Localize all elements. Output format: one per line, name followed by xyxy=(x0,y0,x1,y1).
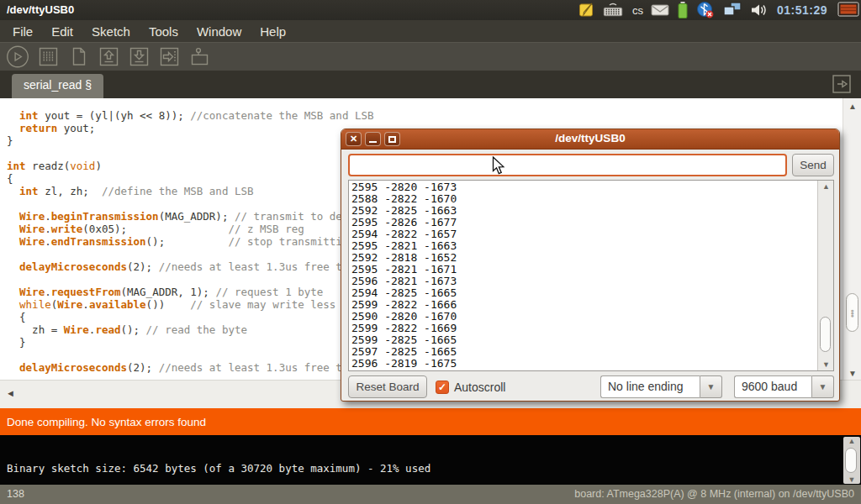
board-info: board: ATmega328P(A) @ 8 MHz (internal) … xyxy=(574,488,854,500)
serial-monitor-button[interactable] xyxy=(188,45,211,69)
editor-scrollbar-thumb[interactable]: ●●● xyxy=(846,293,858,332)
upload-button[interactable] xyxy=(157,45,181,69)
battery-icon[interactable] xyxy=(677,0,689,20)
scroll-up-arrow-icon[interactable]: ▲ xyxy=(818,182,834,191)
menu-window[interactable]: Window xyxy=(188,22,251,41)
serial-data-line: 2599 -2825 -1665 xyxy=(351,334,816,346)
network-icon[interactable] xyxy=(722,0,742,20)
baud-rate-value: 9600 baud xyxy=(734,375,811,398)
serial-data-line: 2599 -2822 -1669 xyxy=(351,323,816,334)
toolbar xyxy=(0,42,861,71)
serial-data-line: 2596 -2821 -1673 xyxy=(351,276,816,287)
scroll-down-arrow-icon[interactable]: ▼ xyxy=(843,369,861,378)
line-ending-value: No line ending xyxy=(600,375,700,398)
code-line: int yout = (yl|(yh << 8)); //concatenate… xyxy=(7,109,843,122)
chevron-down-icon[interactable]: ▼ xyxy=(700,375,722,398)
menu-file[interactable]: File xyxy=(3,22,42,41)
verify-icon xyxy=(6,45,29,69)
display-icon[interactable] xyxy=(837,0,859,20)
status-footer: 138 board: ATmega328P(A) @ 8 MHz (intern… xyxy=(0,485,861,504)
serial-data-line: 2596 -2819 -1675 xyxy=(351,358,816,370)
stop-button[interactable] xyxy=(36,45,60,69)
serial-monitor-title: /dev/ttyUSB0 xyxy=(341,132,839,144)
compile-status-bar: Done compiling. No syntax errors found xyxy=(0,408,861,435)
mouse-cursor-icon xyxy=(492,156,506,179)
tab-serial-read[interactable]: serial_read § xyxy=(12,74,103,98)
volume-icon[interactable] xyxy=(750,0,767,20)
menu-tools[interactable]: Tools xyxy=(140,22,188,41)
serial-data-line: 2595 -2820 -1673 xyxy=(351,181,816,193)
screen: /dev/ttyUSB0 cs01:51:29 FileEditSketchTo… xyxy=(0,0,861,504)
line-ending-select[interactable]: No line ending ▼ xyxy=(600,375,722,398)
desktop-top-panel: /dev/ttyUSB0 cs01:51:29 xyxy=(0,0,861,20)
autoscroll-label: Autoscroll xyxy=(454,381,505,394)
console-message: Binary sketch size: 6542 bytes (of a 307… xyxy=(7,462,430,475)
compile-status-message: Done compiling. No syntax errors found xyxy=(7,416,206,428)
scroll-up-arrow-icon[interactable]: ▲ xyxy=(843,102,861,111)
mail-icon[interactable] xyxy=(651,0,669,20)
serial-data-line: 2590 -2820 -1670 xyxy=(351,311,816,323)
serial-monitor-titlebar[interactable]: ✕ /dev/ttyUSB0 xyxy=(341,129,839,150)
serial-data-line: 2592 -2818 -1652 xyxy=(351,252,816,264)
serial-input-row: Send xyxy=(348,154,834,176)
scrollbar-grip-icon: ●●● xyxy=(850,309,853,317)
scroll-left-arrow-icon[interactable]: ◄ xyxy=(6,388,15,398)
serial-data-line: 2594 -2822 -1657 xyxy=(351,228,816,240)
chevron-down-icon[interactable]: ▼ xyxy=(811,375,834,398)
tab-menu-button[interactable] xyxy=(832,75,851,93)
serial-data-line: 2595 -2821 -1671 xyxy=(351,264,816,276)
verify-button[interactable] xyxy=(6,45,29,69)
serial-data-line: 2588 -2822 -1670 xyxy=(351,193,816,205)
menu-bar: FileEditSketchToolsWindowHelp xyxy=(0,20,861,42)
serial-data-line: 2594 -2825 -1665 xyxy=(351,287,816,299)
serial-scrollbar[interactable]: ▲ ▼ xyxy=(817,181,833,370)
open-icon xyxy=(98,45,120,68)
keyboard-layout-label: cs xyxy=(632,4,643,17)
new-icon xyxy=(67,45,90,68)
serial-data-line: 2595 -2826 -1677 xyxy=(351,217,816,228)
scroll-up-arrow-icon[interactable]: ▲ xyxy=(843,437,860,445)
open-button[interactable] xyxy=(97,45,120,69)
serial-output-lines: 2595 -2820 -16732588 -2822 -16702592 -28… xyxy=(351,181,816,370)
tab-bar: serial_read § xyxy=(0,71,861,98)
autoscroll-checkbox[interactable]: ✓ xyxy=(436,381,449,394)
note-icon[interactable] xyxy=(578,0,595,20)
save-button[interactable] xyxy=(127,45,151,69)
serial-monitor-window: ✕ /dev/ttyUSB0 Send 2595 -2820 -16732588… xyxy=(341,129,840,402)
upload-icon xyxy=(158,45,181,68)
system-tray: cs01:51:29 xyxy=(578,0,859,20)
console-scrollbar-thumb[interactable] xyxy=(845,448,857,473)
serial-scrollbar-thumb[interactable] xyxy=(820,317,831,352)
stop-icon xyxy=(37,45,60,68)
serial-data-line: 2595 -2821 -1663 xyxy=(351,240,816,252)
scroll-down-arrow-icon[interactable]: ▼ xyxy=(818,360,834,369)
editor-vertical-scrollbar[interactable]: ▲ ●●● ▼ xyxy=(843,98,861,380)
console-scrollbar[interactable]: ▲ ▼ xyxy=(843,437,860,484)
reset-board-button[interactable]: Reset Board xyxy=(348,375,427,398)
clock[interactable]: 01:51:29 xyxy=(774,3,830,17)
serial-data-line: 2599 -2822 -1666 xyxy=(351,299,816,311)
console-output: Binary sketch size: 6542 bytes (of a 307… xyxy=(0,435,861,485)
arrow-right-box-icon xyxy=(832,75,851,93)
new-button[interactable] xyxy=(66,45,90,69)
baud-rate-select[interactable]: 9600 baud ▼ xyxy=(734,375,834,398)
serial-data-line: 2597 -2825 -1665 xyxy=(351,346,816,358)
bluetooth-icon[interactable] xyxy=(696,0,715,20)
save-icon xyxy=(128,45,151,68)
serial-data-line: 2592 -2825 -1663 xyxy=(351,205,816,217)
menu-help[interactable]: Help xyxy=(251,22,295,41)
menu-edit[interactable]: Edit xyxy=(42,22,82,41)
send-button[interactable]: Send xyxy=(792,154,834,176)
serial-monitor-controls: Reset Board ✓ Autoscroll No line ending … xyxy=(348,375,834,398)
serial-output-area[interactable]: 2595 -2820 -16732588 -2822 -16702592 -28… xyxy=(348,180,834,371)
scroll-down-arrow-icon[interactable]: ▼ xyxy=(843,475,860,484)
serial-send-input[interactable] xyxy=(348,154,787,176)
menu-sketch[interactable]: Sketch xyxy=(82,22,140,41)
line-number-indicator: 138 xyxy=(7,488,24,500)
active-window-title: /dev/ttyUSB0 xyxy=(7,3,74,16)
serial-monitor-icon xyxy=(188,45,211,68)
keyboard-icon[interactable] xyxy=(603,0,623,20)
